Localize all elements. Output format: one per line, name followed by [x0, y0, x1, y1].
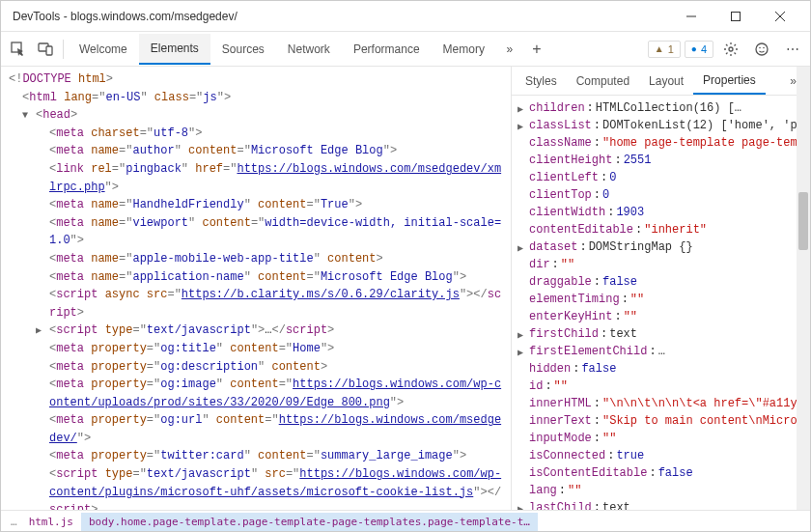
property-value: DOMStringMap {}	[589, 238, 693, 256]
svg-point-7	[729, 47, 733, 51]
expand-arrow-icon[interactable]: ▶	[517, 502, 523, 510]
dom-node[interactable]: <meta property="og:image" content="https…	[9, 376, 503, 411]
issues-count: 4	[701, 43, 707, 55]
warnings-badge[interactable]: ▲1	[648, 41, 681, 58]
svg-point-9	[759, 46, 761, 48]
expand-arrow-icon[interactable]: ▶	[517, 120, 523, 134]
property-value: 0	[602, 186, 609, 204]
property-row[interactable]: ▶firstChild: text	[517, 325, 804, 343]
sidebar-tab-computed[interactable]: Computed	[567, 69, 639, 94]
breadcrumb-item[interactable]: body.home.page-template.page-template-pa…	[81, 513, 538, 531]
property-value: DOMTokenList(12) ['home', 'page-…	[602, 117, 804, 134]
dom-node[interactable]: ▼<head>	[9, 106, 503, 125]
property-row[interactable]: ▶children: HTMLCollection(16) […	[517, 99, 804, 117]
dom-node[interactable]: <html lang="en-US" class="js">	[9, 89, 503, 107]
dom-node[interactable]: <meta name="viewport" content="width=dev…	[9, 214, 503, 250]
property-row[interactable]: isConnected: true	[517, 447, 804, 464]
sidebar-tab-styles[interactable]: Styles	[516, 69, 567, 94]
dom-node[interactable]: <script async src="https://b.clarity.ms/…	[9, 286, 503, 322]
panel-tabs: WelcomeElementsSourcesNetworkPerformance…	[68, 34, 496, 65]
property-key: dataset	[529, 238, 577, 256]
property-row[interactable]: ▶classList: DOMTokenList(12) ['home', 'p…	[517, 117, 804, 134]
tab-welcome[interactable]: Welcome	[68, 35, 139, 64]
property-row[interactable]: innerHTML: "\n\n\t\n\n\t<a href=\"#a11y-…	[517, 395, 804, 412]
breadcrumb-overflow[interactable]: …	[7, 516, 21, 528]
property-row[interactable]: enterKeyHint: ""	[517, 308, 804, 325]
property-row[interactable]: ▶lastChild: text	[517, 499, 804, 510]
property-row[interactable]: inputMode: ""	[517, 430, 804, 447]
property-row[interactable]: clientWidth: 1903	[517, 204, 804, 221]
dom-node[interactable]: <meta name="author" content="Microsoft E…	[9, 142, 503, 160]
tab-network[interactable]: Network	[276, 35, 342, 64]
sidebar-tab-layout[interactable]: Layout	[639, 69, 693, 94]
dom-node[interactable]: <link rel="pingback" href="https://blogs…	[9, 160, 503, 196]
dom-node[interactable]: <meta name="HandheldFriendly" content="T…	[9, 196, 503, 214]
sidebar-pane: StylesComputedLayoutProperties» ▶childre…	[511, 67, 810, 510]
property-row[interactable]: ▶dataset: DOMStringMap {}	[517, 238, 804, 256]
dom-node[interactable]: <script type="text/javascript" src="http…	[9, 465, 503, 510]
dom-node[interactable]: <meta charset="utf-8">	[9, 125, 503, 143]
breadcrumb-item[interactable]: html.js	[21, 513, 81, 531]
property-row[interactable]: innerText: "Skip to main content\nMicros…	[517, 412, 804, 430]
property-key: firstChild	[529, 325, 599, 343]
tab-elements[interactable]: Elements	[139, 34, 210, 65]
elements-tree[interactable]: <!DOCTYPE html><html lang="en-US" class=…	[1, 67, 511, 510]
inspect-icon[interactable]	[5, 36, 32, 63]
close-button[interactable]	[758, 2, 802, 31]
maximize-button[interactable]	[713, 2, 758, 31]
sidebar-tab-properties[interactable]: Properties	[693, 68, 766, 95]
window-scrollbar[interactable]	[797, 67, 810, 510]
properties-list[interactable]: ▶children: HTMLCollection(16) […▶classLi…	[512, 96, 810, 510]
scrollbar-thumb[interactable]	[798, 192, 808, 250]
expand-arrow-icon[interactable]: ▶	[517, 328, 523, 343]
tab-performance[interactable]: Performance	[342, 35, 432, 64]
property-key: innerHTML	[529, 395, 592, 412]
warning-icon: ▲	[655, 43, 664, 54]
dom-node[interactable]: <meta property="og:description" content>	[9, 358, 503, 377]
property-row[interactable]: hidden: false	[517, 360, 804, 378]
issues-badge[interactable]: ●4	[685, 41, 713, 58]
property-key: clientLeft	[529, 169, 599, 186]
settings-icon[interactable]	[717, 36, 744, 63]
property-row[interactable]: ▶firstElementChild: …	[517, 343, 804, 360]
dom-node[interactable]: <meta name="apple-mobile-web-app-title" …	[9, 250, 503, 268]
dom-node[interactable]: <meta property="twitter:card" content="s…	[9, 447, 503, 465]
expand-arrow-icon[interactable]: ▶	[517, 346, 523, 360]
info-icon: ●	[691, 43, 697, 54]
property-key: isConnected	[529, 447, 605, 464]
property-row[interactable]: clientTop: 0	[517, 186, 804, 204]
feedback-icon[interactable]	[748, 36, 775, 63]
dom-node[interactable]: ▶<script type="text/javascript">…</scrip…	[9, 322, 503, 340]
property-row[interactable]: lang: ""	[517, 482, 804, 499]
dom-node[interactable]: <meta name="application-name" content="M…	[9, 268, 503, 287]
expand-arrow-icon[interactable]: ▶	[36, 323, 42, 339]
property-row[interactable]: contentEditable: "inherit"	[517, 221, 804, 238]
property-row[interactable]: elementTiming: ""	[517, 291, 804, 308]
property-value: ""	[568, 482, 581, 499]
expand-arrow-icon[interactable]: ▼	[22, 108, 28, 124]
property-key: clientTop	[529, 186, 592, 204]
add-tab-icon[interactable]: +	[523, 36, 550, 63]
tab-memory[interactable]: Memory	[432, 35, 496, 64]
property-row[interactable]: clientLeft: 0	[517, 169, 804, 186]
property-row[interactable]: className: "home page-template page-temp…	[517, 134, 804, 152]
expand-arrow-icon[interactable]: ▶	[517, 102, 523, 117]
property-row[interactable]: clientHeight: 2551	[517, 152, 804, 169]
property-row[interactable]: id: ""	[517, 378, 804, 395]
menu-icon[interactable]: ⋯	[779, 36, 806, 63]
device-toggle-icon[interactable]	[32, 36, 59, 63]
titlebar: DevTools - blogs.windows.com/msedgedev/	[1, 1, 810, 32]
dom-node[interactable]: <meta property="og:url" content="https:/…	[9, 411, 503, 447]
property-value: 0	[609, 169, 616, 186]
minimize-button[interactable]	[669, 2, 713, 31]
dom-node[interactable]: <!DOCTYPE html>	[9, 70, 503, 89]
more-tabs-icon[interactable]: »	[496, 36, 523, 63]
dom-breadcrumb[interactable]: … html.jsbody.home.page-template.page-te…	[1, 510, 810, 532]
property-value: false	[658, 464, 693, 482]
property-row[interactable]: isContentEditable: false	[517, 464, 804, 482]
dom-node[interactable]: <meta property="og:title" content="Home"…	[9, 340, 503, 358]
property-row[interactable]: draggable: false	[517, 273, 804, 291]
tab-sources[interactable]: Sources	[210, 35, 276, 64]
expand-arrow-icon[interactable]: ▶	[517, 241, 523, 256]
property-row[interactable]: dir: ""	[517, 256, 804, 273]
